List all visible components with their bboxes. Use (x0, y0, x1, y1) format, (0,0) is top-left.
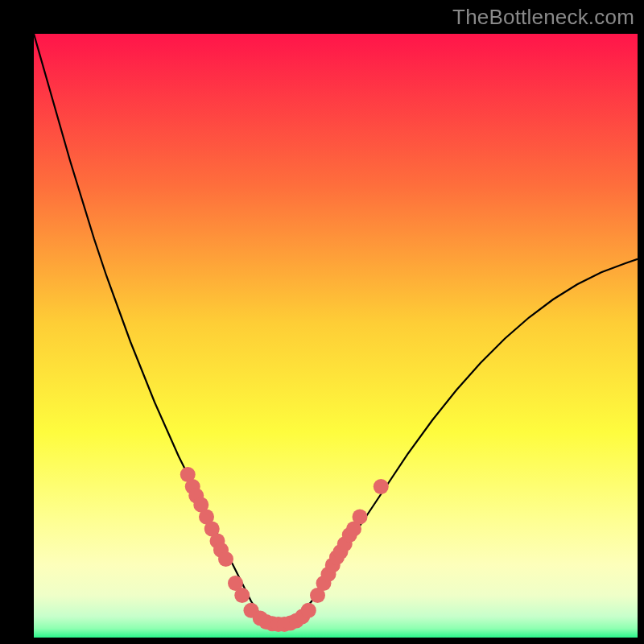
data-marker (353, 510, 368, 525)
plot-area (34, 34, 638, 638)
data-marker (234, 588, 250, 603)
data-marker (301, 603, 316, 618)
chart-frame: TheBottleneck.com (0, 0, 644, 644)
data-marker (374, 479, 389, 494)
data-marker (218, 551, 233, 567)
watermark-text: TheBottleneck.com (452, 5, 634, 30)
chart-svg (34, 34, 638, 638)
